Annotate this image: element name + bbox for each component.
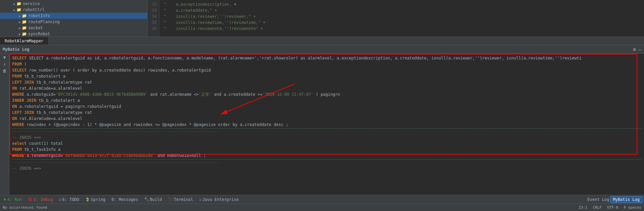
scroll-icon[interactable]: ↕ xyxy=(3,62,6,67)
tree-item-label: service xyxy=(23,1,40,6)
todo-button[interactable]: ☑ 6: TODO xyxy=(56,197,82,203)
status-right-info: 23:1 CRLF UTF-8 4 spaces xyxy=(579,205,641,210)
folder-icon: 📁 xyxy=(16,1,21,6)
java-enterprise-button[interactable]: ☕ Java Enterprise xyxy=(197,197,241,203)
event-log-label: Event Log xyxy=(587,197,609,202)
folder-icon: 📁 xyxy=(22,13,27,18)
log-line-7: WHERE a.robotguid='DFC30141-A906-43D6-B0… xyxy=(9,91,644,97)
code-preview: 32 33 34 35 36 " a.exceptiondescription,… xyxy=(148,0,644,37)
bottom-toolbar: ▶ 4: Run 🐞 5: Debug ☑ 6: TODO 🍃 Spring 0… xyxy=(0,195,644,204)
arrow-line-2: -- 26036 ==> xyxy=(9,165,644,171)
chevron-icon: ▶ xyxy=(13,2,15,6)
debug-button[interactable]: 🐞 5: Debug xyxy=(25,197,56,203)
tree-item-robotinfo[interactable]: ▶ 📁 robotInfo xyxy=(0,13,147,19)
terminal-icon: ⬛ xyxy=(168,197,173,202)
spring-label: Spring xyxy=(91,197,105,202)
filter-icon[interactable]: ▼ xyxy=(3,55,6,60)
settings-icon[interactable]: ⚙ xyxy=(633,47,636,52)
tree-item-routeplanning[interactable]: ▶ 📁 routePlanning xyxy=(0,19,147,25)
line-ending: CRLF xyxy=(593,205,602,210)
mybatis-log-button[interactable]: MyBatis Log xyxy=(610,196,643,203)
debug-icon: 🐞 xyxy=(28,197,33,202)
tree-item-robotctrl[interactable]: ▶ 📁 robotCtrl xyxy=(0,7,147,13)
git-label: 0: Messages xyxy=(111,197,138,202)
code-content: " a.exceptiondescription, + " a.createdd… xyxy=(160,0,269,37)
chevron-icon: ▶ xyxy=(19,26,21,30)
build-button[interactable]: 🔨 Build xyxy=(142,197,165,203)
log-line-13: select count(1) total xyxy=(9,140,644,146)
cursor-position: 23:1 xyxy=(579,205,588,210)
chevron-icon: ▶ xyxy=(19,20,21,24)
folder-icon: 📁 xyxy=(22,32,27,36)
git-button[interactable]: 0: Messages xyxy=(109,197,141,203)
log-line-4: FROM tb_b_robotalert a xyxy=(9,73,644,79)
tree-item-label: syncRobot xyxy=(28,32,50,36)
chevron-icon: ▶ xyxy=(13,8,15,12)
chevron-icon: ▶ xyxy=(19,32,21,36)
panel-content[interactable]: SELECT SELECT a.robotalertguid as id, a.… xyxy=(9,54,644,195)
run-button[interactable]: ▶ 4: Run xyxy=(1,197,24,203)
status-bar: No occurrences found 23:1 CRLF UTF-8 4 s… xyxy=(0,204,644,211)
run-icon: ▶ xyxy=(4,197,6,202)
terminal-button[interactable]: ⬛ Terminal xyxy=(165,197,196,203)
log-line-5: LEFT JOIN tb_b_robotalarmtype rat xyxy=(9,79,644,85)
log-line-11: ON rat.AlarmCode=a.alarmlevel xyxy=(9,116,644,122)
panel-header: MyBatis Log ⚙ — xyxy=(0,45,644,54)
terminal-label: Terminal xyxy=(174,197,193,202)
panel-body: ▼ ↕ 🗑 SELECT SELECT a.robotalertguid as … xyxy=(0,54,644,195)
mybatis-log-label: MyBatis Log xyxy=(613,197,640,202)
run-label: 4: Run xyxy=(7,197,22,202)
clear-icon[interactable]: 🗑 xyxy=(3,69,7,73)
top-section: ▶ 📁 service ▶ 📁 robotCtrl ▶ 📁 robotInfo … xyxy=(0,0,644,37)
java-label: Java Enterprise xyxy=(202,197,238,202)
file-tree: ▶ 📁 service ▶ 📁 robotCtrl ▶ 📁 robotInfo … xyxy=(0,0,148,37)
todo-label: 6: TODO xyxy=(62,197,79,202)
log-line-3: SELECT row_number() over ( order by a.cr… xyxy=(9,67,644,73)
log-line-12: WHERE rowindex > (@pageindex - 1) * @pag… xyxy=(9,122,644,128)
tree-item-label: robotCtrl xyxy=(23,7,45,12)
event-log-button[interactable]: Event Log xyxy=(587,197,609,202)
todo-icon: ☑ xyxy=(59,197,61,202)
tree-item-label: routePlanning xyxy=(28,19,60,24)
tree-item-label: robotInfo xyxy=(28,13,50,18)
arrow-line-1: -- 26035 ==> xyxy=(9,134,644,140)
chevron-icon: ▶ xyxy=(19,14,21,18)
panel-title: MyBatis Log xyxy=(3,47,29,52)
log-line-10: LEFT JOIN tb_b_robotalarmtype rat xyxy=(9,110,644,116)
debug-label: 5: Debug xyxy=(34,197,53,202)
no-occurrences-label: No occurrences found xyxy=(3,205,47,210)
folder-icon: 📁 xyxy=(16,7,21,12)
mybatis-log-panel: MyBatis Log ⚙ — ▼ ↕ 🗑 xyxy=(0,45,644,195)
log-line-2: FROM ( xyxy=(9,61,644,67)
build-label: Build xyxy=(150,197,162,202)
log-line-15: WHERE a.tenementguid='e6f0868a-8419-4c2f… xyxy=(9,153,644,159)
spring-icon: 🍃 xyxy=(85,197,90,202)
tab-label: RobotAlarmMapper xyxy=(5,39,44,43)
folder-icon: 📁 xyxy=(22,26,27,30)
line-numbers: 32 33 34 35 36 xyxy=(148,0,160,37)
log-line-1: SELECT SELECT a.robotalertguid as id, a.… xyxy=(9,55,644,61)
separator-2: ----------------------------------------… xyxy=(12,159,641,165)
separator-1: ----------------------------------------… xyxy=(12,128,641,134)
tree-item-socket[interactable]: ▶ 📁 socket xyxy=(0,25,147,31)
tab-bar: RobotAlarmMapper xyxy=(0,37,644,45)
spring-button[interactable]: 🍃 Spring xyxy=(83,197,108,203)
tree-item-syncrobot[interactable]: ▶ 📁 syncRobot xyxy=(0,31,147,37)
java-icon: ☕ xyxy=(199,197,202,202)
panel-icons: ⚙ — xyxy=(633,47,641,52)
build-icon: 🔨 xyxy=(144,197,149,202)
minimize-icon[interactable]: — xyxy=(639,47,641,52)
log-line-9: ON a.robotalertguid = pagingrn.robotaler… xyxy=(9,103,644,110)
folder-icon: 📁 xyxy=(22,19,27,24)
tree-item-service[interactable]: ▶ 📁 service xyxy=(0,1,147,7)
indent-info: 4 spaces xyxy=(624,205,641,210)
panel-sidebar: ▼ ↕ 🗑 xyxy=(0,54,9,195)
tree-item-label: socket xyxy=(28,26,43,30)
log-line-8: INNER JOIN tb_b_robotalert a xyxy=(9,97,644,103)
log-line-6: ON rat.AlarmCode=a.alarmlevel xyxy=(9,85,644,91)
log-line-14: FROM tb_t_TaskInfo a xyxy=(9,146,644,153)
encoding: UTF-8 xyxy=(607,205,618,210)
tab-robotalarmmapper[interactable]: RobotAlarmMapper xyxy=(0,37,49,45)
